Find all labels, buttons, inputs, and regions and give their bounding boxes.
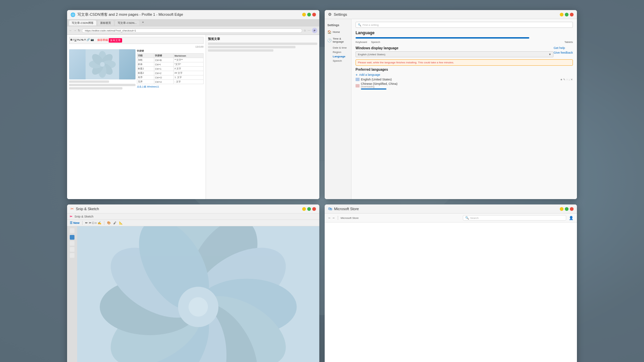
snip-titlebar: ✂ Snip & Sketch [67, 204, 319, 214]
edge-maximize-btn [307, 13, 311, 16]
snip-maximize-btn [307, 207, 311, 211]
settings-lang-chinese: Chinese (Simplified, China) Downloading [356, 82, 573, 89]
edge-app-icon: 🌐 [70, 12, 75, 17]
settings-warning: Please wait, while the language finishes… [356, 59, 573, 66]
settings-content: Settings 🏠 Home 🕐 Time & language Date &… [325, 19, 577, 199]
store-minimize-btn [560, 207, 564, 211]
snip-app-name-label: Snip & Sketch [74, 215, 94, 218]
edge-preview-area: 预览文章 [206, 35, 319, 199]
store-content: ← → Microsoft Store 🔍 Search 👤 [325, 214, 577, 362]
snip-minimize-btn [302, 207, 306, 211]
store-main [325, 223, 577, 362]
store-search-placeholder: Search [470, 217, 479, 220]
settings-display-language: Windows display language English (United… [356, 46, 573, 57]
edge-minimize-btn [302, 13, 306, 16]
edge-titlebar: 🌐 写文章-CSDN博客 and 2 more pages - Profile … [67, 10, 319, 19]
store-window-controls [560, 207, 574, 211]
edge-split-view: 快捷键 功能快捷键Markdown 加粗Ctrl+B**文字** 斜体Ctrl+… [69, 49, 204, 103]
snip-content: ✂ Snip & Sketch ☰ New ✏ ✂ □ ○ ✍ 🎨 🖊 📐 [67, 214, 319, 362]
settings-title: Settings [334, 12, 558, 16]
snip-new-btn: ☰ New [70, 221, 79, 225]
edge-tabs: 写文章-CSDN博客 新标签页 写文章-CSDN... + [67, 19, 319, 26]
snip-title: Snip & Sketch [76, 207, 300, 211]
settings-main: 🔍 Find a setting Language Keyboard Speec… [352, 19, 577, 199]
settings-give-feedback: Give feedback [553, 51, 573, 54]
store-close-btn [570, 207, 574, 211]
settings-blue-bar [356, 37, 529, 39]
edge-content: 写文章-CSDN博客 新标签页 写文章-CSDN... + ← → ↻ http… [67, 19, 319, 199]
settings-lang-english: English (United States) ★ ✎ ↑ ↓ ✕ [356, 78, 573, 81]
edge-title: 写文章-CSDN博客 and 2 more pages - Profile 1 … [77, 12, 300, 17]
settings-lang-dropdown: English (United States) ▼ [356, 51, 553, 57]
settings-minimize-btn [560, 13, 564, 16]
store-maximize-btn [565, 207, 569, 211]
settings-maximize-btn [565, 13, 569, 16]
settings-search: 🔍 Find a setting [356, 22, 573, 28]
settings-add-language: + Add a language [356, 73, 573, 77]
settings-breadcrumb: Keyboard Speech Tablets [356, 41, 573, 44]
settings-nav-home: 🏠 Home [325, 28, 351, 36]
settings-download-progress [361, 88, 386, 89]
store-app-name: Microsoft Store [341, 217, 359, 220]
edge-editor-area: B I U H₁ H₂ ≡ 🔗 📷 保存草稿 发布文章 13/100 [67, 35, 206, 199]
store-search-box: 🔍 Search [463, 215, 566, 221]
settings-app-icon: ⚙ [328, 12, 332, 17]
snip-drawing-area [67, 226, 319, 362]
store-window-thumb[interactable]: 🛍 Microsoft Store ← → Microsoft Store 🔍 [325, 204, 577, 362]
edge-tab-2: 新标签页 [98, 20, 114, 25]
edge-tools-icon: ⋯ [308, 29, 311, 32]
svg-point-19 [100, 62, 105, 67]
snip-menu-bar: ☰ New ✏ ✂ □ ○ ✍ 🎨 🖊 📐 [67, 220, 319, 226]
settings-titlebar: ⚙ Settings [325, 10, 577, 19]
store-user-icon: 👤 [569, 216, 574, 220]
edge-tab-3: 写文章-CSDN... [115, 20, 139, 25]
settings-window-controls [560, 13, 574, 16]
edge-editor-toolbar: B I U H₁ H₂ ≡ 🔗 📷 保存草稿 发布文章 [69, 37, 204, 44]
store-titlebar: 🛍 Microsoft Store [325, 204, 577, 214]
edge-address-bar: https://editor.csdn.net/md/?not_checkout… [82, 28, 302, 33]
edge-profile-icon: P [312, 28, 317, 33]
settings-close-btn [570, 13, 574, 16]
settings-display-lang-label: Windows display language [356, 46, 573, 50]
edge-window-thumb[interactable]: 🌐 写文章-CSDN博客 and 2 more pages - Profile … [67, 10, 319, 199]
edge-shortcuts-table: 功能快捷键Markdown 加粗Ctrl+B**文字** 斜体Ctrl+I*文字… [137, 53, 203, 84]
edge-window-controls [302, 13, 316, 16]
settings-nav: Settings 🏠 Home 🕐 Time & language Date &… [325, 19, 352, 199]
store-app-icon: 🛍 [328, 206, 332, 211]
settings-nav-language: Language [330, 54, 351, 59]
taskview-overlay: 🌐 写文章-CSDN博客 and 2 more pages - Profile … [0, 0, 644, 362]
edge-fav-icon: ☆ [304, 29, 306, 32]
edge-add-tab: + [141, 20, 145, 25]
settings-window-thumb[interactable]: ⚙ Settings Settings 🏠 Home 🕐 [325, 10, 577, 199]
snip-window-thumb[interactable]: ✂ Snip & Sketch ✂ Snip & Sketch ☰ New ✏ [67, 204, 319, 362]
svg-point-34 [189, 297, 208, 317]
snip-app-icon: ✂ [70, 206, 74, 211]
store-toolbar: ← → Microsoft Store 🔍 Search 👤 [325, 214, 577, 223]
store-search-icon: 🔍 [465, 216, 469, 220]
edge-back-icon: ← [69, 29, 72, 32]
edge-close-btn [312, 13, 316, 16]
settings-help-links: Get help Give feedback [553, 46, 573, 54]
snip-window-controls [302, 207, 316, 211]
settings-nav-subsection: Date & time Region Language Speech [325, 46, 351, 63]
snip-canvas [77, 226, 319, 362]
windows-grid: 🌐 写文章-CSDN博客 and 2 more pages - Profile … [0, 0, 644, 362]
snip-toolbar: ✂ Snip & Sketch [67, 214, 319, 220]
edge-refresh-icon: ↻ [78, 29, 80, 32]
settings-preferred-languages: Preferred languages + Add a language Eng… [356, 68, 573, 89]
store-title: Microsoft Store [334, 207, 558, 211]
edge-forward-icon: → [73, 29, 76, 32]
settings-nav-time: 🕐 Time & language [325, 36, 351, 45]
snip-close-btn [312, 207, 316, 211]
snip-left-panel [67, 226, 77, 362]
settings-search-placeholder: Find a setting [363, 23, 379, 26]
edge-page: B I U H₁ H₂ ≡ 🔗 📷 保存草稿 发布文章 13/100 [67, 35, 319, 199]
settings-section-title: Language [356, 31, 573, 35]
edge-tab-1: 写文章-CSDN博客 [69, 20, 96, 25]
edge-article-img [69, 49, 136, 79]
settings-get-help: Get help [553, 46, 573, 50]
edge-toolbar: ← → ↻ https://editor.csdn.net/md/?not_ch… [67, 26, 319, 35]
